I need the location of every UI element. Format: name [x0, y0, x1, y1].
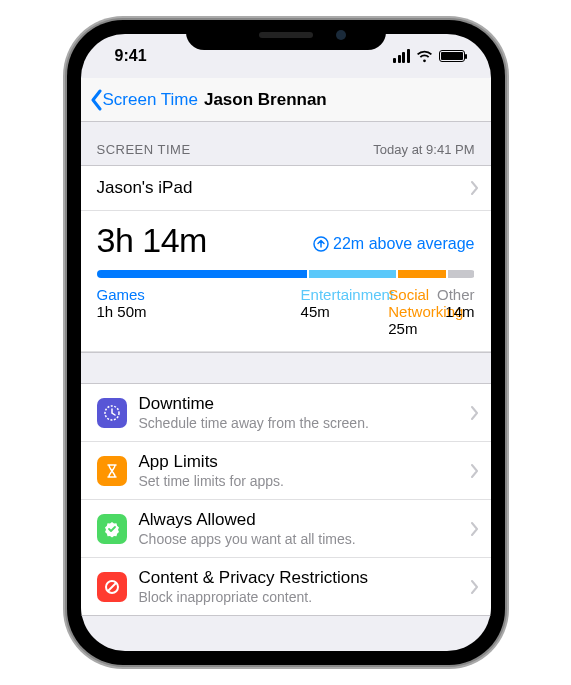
legend-label: Other: [437, 286, 475, 303]
row-subtitle: Block inappropriate content.: [139, 589, 475, 605]
notch: [186, 20, 386, 50]
bar-segment-entertainment: [309, 270, 395, 278]
bar-segment-games: [97, 270, 308, 278]
legend-value: 1h 50m: [97, 303, 301, 320]
no-symbol-icon: [97, 572, 127, 602]
legend-games: Games 1h 50m: [97, 286, 301, 337]
bar-segment-social: [398, 270, 446, 278]
row-subtitle: Choose apps you want at all times.: [139, 531, 475, 547]
arrow-up-icon: [313, 236, 329, 252]
row-subtitle: Set time limits for apps.: [139, 473, 475, 489]
cellular-signal-icon: [393, 49, 410, 63]
chevron-right-icon: [471, 464, 479, 478]
section-label: SCREEN TIME: [97, 142, 191, 157]
svg-line-3: [108, 583, 116, 591]
speaker-grille: [259, 32, 313, 38]
row-subtitle: Schedule time away from the screen.: [139, 415, 475, 431]
wifi-icon: [416, 50, 433, 63]
usage-legend: Games 1h 50m Entertainment 45m Social Ne…: [97, 286, 475, 337]
app-limits-row[interactable]: App Limits Set time limits for apps.: [81, 442, 491, 500]
chevron-right-icon: [471, 522, 479, 536]
legend-social: Social Networking 25m: [388, 286, 437, 337]
legend-label: Games: [97, 286, 301, 303]
legend-other: Other 14m: [437, 286, 475, 337]
section-timestamp: Today at 9:41 PM: [373, 142, 474, 157]
legend-value: 25m: [388, 320, 437, 337]
row-title: Content & Privacy Restrictions: [139, 568, 475, 588]
bar-segment-other: [448, 270, 475, 278]
usage-bar-chart: [97, 270, 475, 278]
back-button[interactable]: Screen Time: [89, 89, 198, 111]
status-time: 9:41: [103, 47, 147, 65]
battery-icon: [439, 50, 465, 62]
front-camera: [336, 30, 346, 40]
usage-summary: 3h 14m 22m above average Games 1h 50m: [81, 211, 491, 352]
above-average: 22m above average: [313, 235, 474, 253]
settings-list: Downtime Schedule time away from the scr…: [81, 383, 491, 616]
above-average-text: 22m above average: [333, 235, 474, 253]
legend-value: 45m: [301, 303, 389, 320]
legend-entertainment: Entertainment 45m: [301, 286, 389, 337]
chevron-right-icon: [471, 181, 479, 195]
downtime-row[interactable]: Downtime Schedule time away from the scr…: [81, 384, 491, 442]
downtime-icon: [97, 398, 127, 428]
row-title: Downtime: [139, 394, 475, 414]
usage-card: Jason's iPad 3h 14m 22m above average: [81, 165, 491, 353]
chevron-right-icon: [471, 580, 479, 594]
chevron-left-icon: [89, 89, 103, 111]
section-header: SCREEN TIME Today at 9:41 PM: [81, 122, 491, 165]
legend-label: Entertainment: [301, 286, 389, 303]
total-time: 3h 14m: [97, 221, 207, 260]
back-label: Screen Time: [103, 90, 198, 110]
nav-bar: Screen Time Jason Brennan: [81, 78, 491, 122]
hourglass-icon: [97, 456, 127, 486]
device-row[interactable]: Jason's iPad: [81, 166, 491, 211]
checkmark-badge-icon: [97, 514, 127, 544]
section-gap: [81, 353, 491, 383]
legend-value: 14m: [437, 303, 475, 320]
row-title: App Limits: [139, 452, 475, 472]
content-privacy-row[interactable]: Content & Privacy Restrictions Block ina…: [81, 558, 491, 615]
device-name: Jason's iPad: [97, 178, 193, 198]
always-allowed-row[interactable]: Always Allowed Choose apps you want at a…: [81, 500, 491, 558]
legend-label: Social Networking: [388, 286, 437, 320]
screen: 9:41 Screen Time Jason Brennan SCREEN TI…: [81, 34, 491, 651]
phone-frame: 9:41 Screen Time Jason Brennan SCREEN TI…: [67, 20, 505, 665]
nav-title: Jason Brennan: [204, 90, 327, 110]
row-title: Always Allowed: [139, 510, 475, 530]
chevron-right-icon: [471, 406, 479, 420]
